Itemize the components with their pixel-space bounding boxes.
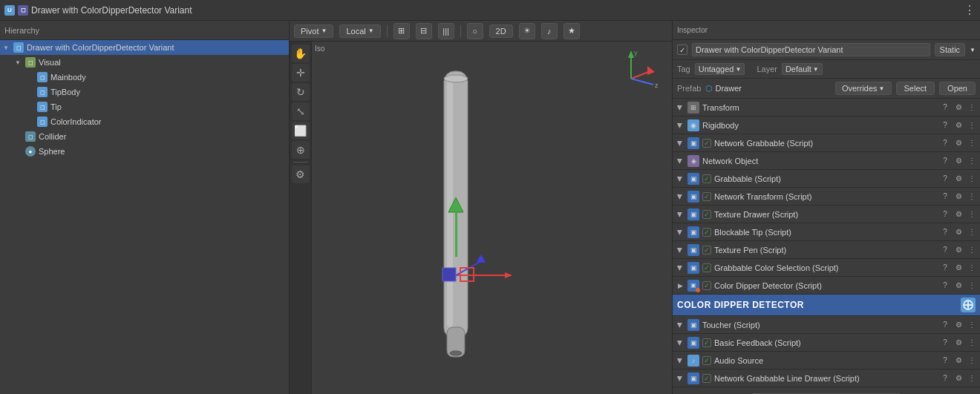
hierarchy-item-tip[interactable]: ◻ Tip: [0, 99, 289, 114]
open-button[interactable]: Open: [939, 82, 976, 95]
toucher-menu-icon[interactable]: ⋮: [967, 320, 977, 330]
network-line-drawer-menu-icon[interactable]: ⋮: [967, 373, 977, 384]
network-line-drawer-checkbox[interactable]: ✓: [702, 374, 711, 383]
basic-feedback-checkbox[interactable]: ✓: [702, 338, 711, 347]
audio-source-checkbox[interactable]: ✓: [702, 356, 711, 365]
overrides-button[interactable]: Overrides ▼: [835, 82, 892, 95]
texture-pen-menu-icon[interactable]: ⋮: [967, 245, 977, 255]
texture-pen-settings-icon[interactable]: ⚙: [953, 245, 964, 255]
hierarchy-root-item[interactable]: ▼ ◻ Drawer with ColorDipperDetector Vari…: [0, 40, 289, 55]
grabbable-menu-icon[interactable]: ⋮: [967, 174, 977, 184]
hand-tool-button[interactable]: ✋: [292, 45, 310, 62]
texture-drawer-settings-icon[interactable]: ⚙: [953, 209, 964, 220]
component-row-network-grabbable-line-drawer[interactable]: ▶ ▣ ✓ Network Grabbable Line Drawer (Scr…: [673, 370, 980, 387]
network-line-drawer-help-icon[interactable]: ?: [940, 373, 950, 384]
audio-source-menu-icon[interactable]: ⋮: [967, 355, 977, 366]
window-menu-button[interactable]: ⋮: [964, 4, 976, 16]
blockable-tip-help-icon[interactable]: ?: [940, 227, 950, 237]
network-line-drawer-settings-icon[interactable]: ⚙: [953, 373, 964, 384]
rotate-tool-button[interactable]: ↻: [292, 83, 310, 101]
texture-pen-checkbox[interactable]: ✓: [702, 246, 711, 255]
shapes-button[interactable]: ○: [467, 23, 483, 39]
transform-help-icon[interactable]: ?: [940, 102, 950, 113]
blockable-tip-checkbox[interactable]: ✓: [702, 228, 711, 237]
network-transform-menu-icon[interactable]: ⋮: [967, 191, 977, 202]
component-row-rigidbody[interactable]: ▶ ◉ Rigidbody ? ⚙ ⋮: [673, 116, 980, 134]
blockable-tip-menu-icon[interactable]: ⋮: [967, 227, 977, 237]
audio-source-settings-icon[interactable]: ⚙: [953, 355, 964, 366]
network-object-menu-icon[interactable]: ⋮: [967, 156, 977, 166]
grabbable-color-help-icon[interactable]: ?: [940, 263, 950, 273]
grabbable-color-menu-icon[interactable]: ⋮: [967, 263, 977, 273]
scene-canvas[interactable]: y z Iso: [312, 42, 672, 394]
basic-feedback-menu-icon[interactable]: ⋮: [967, 338, 977, 348]
object-active-checkbox[interactable]: ✓: [677, 45, 687, 55]
grid-button[interactable]: ⊞: [393, 23, 410, 39]
rigidbody-help-icon[interactable]: ?: [940, 120, 950, 131]
grabbable-color-checkbox[interactable]: ✓: [702, 263, 711, 272]
layer-dropdown[interactable]: Default ▼: [782, 63, 823, 75]
network-grabbable-help-icon[interactable]: ?: [940, 138, 950, 148]
select-button[interactable]: Select: [896, 82, 935, 95]
transform-menu-icon[interactable]: ⋮: [967, 102, 977, 113]
lighting-button[interactable]: ☀: [519, 23, 535, 39]
hierarchy-item-tipbody[interactable]: ◻ TipBody: [0, 85, 289, 99]
network-transform-help-icon[interactable]: ?: [940, 191, 950, 202]
component-row-grabbable-color-selection[interactable]: ▶ ▣ ✓ Grabbable Color Selection (Script)…: [673, 259, 980, 277]
network-grabbable-checkbox[interactable]: ✓: [702, 139, 711, 148]
component-row-transform[interactable]: ▶ ⊞ Transform ? ⚙ ⋮: [673, 99, 980, 116]
texture-pen-help-icon[interactable]: ?: [940, 245, 950, 255]
network-transform-settings-icon[interactable]: ⚙: [953, 191, 964, 202]
tag-dropdown[interactable]: Untagged ▼: [695, 63, 745, 75]
transform-settings-icon[interactable]: ⚙: [953, 102, 964, 113]
component-row-network-object[interactable]: ▶ ◈ Network Object ? ⚙ ⋮: [673, 152, 980, 170]
hierarchy-item-visual[interactable]: ▼ ◻ Visual: [0, 55, 289, 70]
component-row-network-grabbable[interactable]: ▶ ▣ ✓ Network Grabbable (Script) ? ⚙ ⋮: [673, 134, 980, 152]
2d-button[interactable]: 2D: [489, 24, 513, 38]
color-dipper-menu-icon[interactable]: ⋮: [967, 280, 977, 291]
effects-button[interactable]: ★: [564, 23, 580, 39]
component-row-texture-drawer[interactable]: ▶ ▣ ✓ Texture Drawer (Script) ? ⚙ ⋮: [673, 206, 980, 223]
grabbable-settings-icon[interactable]: ⚙: [953, 174, 964, 184]
component-row-toucher[interactable]: ▶ ▣ Toucher (Script) ? ⚙ ⋮: [673, 316, 980, 334]
network-grabbable-settings-icon[interactable]: ⚙: [953, 138, 964, 148]
component-row-blockable-tip[interactable]: ▶ ▣ ✓ Blockable Tip (Script) ? ⚙ ⋮: [673, 223, 980, 241]
texture-drawer-help-icon[interactable]: ?: [940, 209, 950, 220]
grabbable-help-icon[interactable]: ?: [940, 174, 950, 184]
object-name-input[interactable]: [692, 43, 930, 56]
transform-tool-button[interactable]: ⊕: [292, 141, 310, 159]
rigidbody-settings-icon[interactable]: ⚙: [953, 120, 964, 131]
toucher-settings-icon[interactable]: ⚙: [953, 320, 964, 330]
grabbable-checkbox[interactable]: ✓: [702, 174, 711, 183]
custom-tool-button[interactable]: ⚙: [292, 165, 310, 183]
toucher-help-icon[interactable]: ?: [940, 320, 950, 330]
network-grabbable-menu-icon[interactable]: ⋮: [967, 138, 977, 148]
ruler-button[interactable]: |||: [438, 23, 454, 39]
network-transform-checkbox[interactable]: ✓: [702, 192, 711, 201]
hierarchy-item-mainbody[interactable]: ◻ Mainbody: [0, 70, 289, 85]
texture-drawer-checkbox[interactable]: ✓: [702, 210, 711, 219]
audio-source-help-icon[interactable]: ?: [940, 355, 950, 366]
component-row-grabbable[interactable]: ▶ ▣ ✓ Grabbable (Script) ? ⚙ ⋮: [673, 170, 980, 188]
basic-feedback-help-icon[interactable]: ?: [940, 338, 950, 348]
audio-button[interactable]: ♪: [541, 23, 558, 39]
scale-tool-button[interactable]: ⤡: [292, 102, 310, 120]
network-object-help-icon[interactable]: ?: [940, 156, 950, 166]
local-button[interactable]: Local ▼: [339, 24, 380, 38]
component-row-texture-pen[interactable]: ▶ ▣ ✓ Texture Pen (Script) ? ⚙ ⋮: [673, 241, 980, 259]
basic-feedback-settings-icon[interactable]: ⚙: [953, 338, 964, 348]
component-row-network-transform[interactable]: ▶ ▣ ✓ Network Transform (Script) ? ⚙ ⋮: [673, 188, 980, 206]
hierarchy-item-sphere[interactable]: ● Sphere: [0, 144, 289, 159]
color-dipper-help-icon[interactable]: ?: [940, 280, 950, 291]
color-dipper-detector-checkbox[interactable]: ✓: [702, 281, 711, 290]
move-tool-button[interactable]: ✛: [292, 64, 310, 82]
component-row-basic-feedback[interactable]: ▶ ▣ ✓ Basic Feedback (Script) ? ⚙ ⋮: [673, 334, 980, 352]
rect-tool-button[interactable]: ⬜: [292, 122, 310, 139]
network-object-settings-icon[interactable]: ⚙: [953, 156, 964, 166]
pivot-button[interactable]: Pivot ▼: [294, 24, 333, 38]
hierarchy-item-color-indicator[interactable]: ◻ ColorIndicator: [0, 114, 289, 129]
grabbable-color-settings-icon[interactable]: ⚙: [953, 263, 964, 273]
component-row-audio-source[interactable]: ▶ ♪ ✓ Audio Source ? ⚙ ⋮: [673, 352, 980, 370]
color-dipper-settings-icon[interactable]: ⚙: [953, 280, 964, 291]
hierarchy-item-collider[interactable]: ◻ Collider: [0, 129, 289, 144]
